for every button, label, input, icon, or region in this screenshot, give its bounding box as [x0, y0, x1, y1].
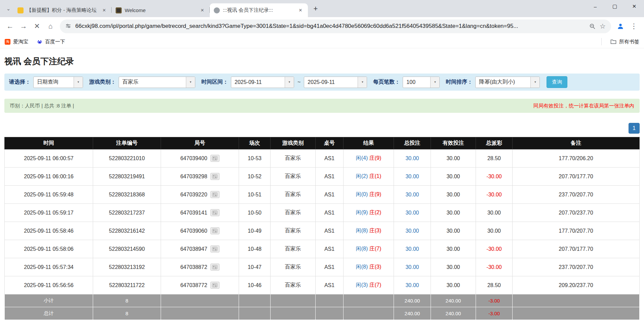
bookmark-baidu[interactable]: 百度一下 [37, 39, 65, 45]
cell-total-bet: 30.00 [394, 168, 431, 186]
bookmark-star-icon[interactable]: ☆ [600, 22, 606, 30]
game-type-select[interactable]: 百家乐 ▼ [119, 77, 195, 88]
round-replay-icon[interactable] [210, 245, 219, 252]
cell-table-number: AS1 [316, 204, 344, 222]
col-header-bet-id: 注单编号 [93, 137, 161, 149]
tab-search-icon[interactable]: ⌄ [3, 4, 13, 14]
tab-title: 【新提醒】积分 - 海燕策略论坛 [27, 7, 98, 13]
close-icon[interactable]: ✕ [625, 0, 644, 13]
result-player: 闲(2) [356, 173, 368, 179]
round-replay-icon[interactable] [210, 173, 219, 180]
cell-round: 647039220 [161, 186, 239, 204]
profile-avatar-icon[interactable] [614, 19, 627, 33]
minimize-icon[interactable]: – [586, 0, 605, 13]
cell-note: 237.70/207.70 [513, 258, 640, 276]
total-bet-link[interactable]: 30.00 [405, 155, 419, 161]
cell-table-number: AS1 [316, 240, 344, 258]
cell-game-type: 百家乐 [271, 276, 316, 294]
round-number: 647039298 [180, 174, 207, 180]
result-banker: 庄(3) [369, 228, 381, 233]
tab-close-icon[interactable]: ✕ [101, 7, 108, 14]
cell-valid-bet: 30.00 [431, 276, 476, 294]
empty-cell [271, 307, 316, 320]
chevron-down-icon[interactable]: ▼ [74, 77, 83, 88]
bookmark-aitaobao[interactable]: 淘 爱淘宝 [5, 39, 28, 45]
total-bet-link[interactable]: 30.00 [405, 210, 419, 216]
round-replay-icon[interactable] [210, 264, 219, 271]
chevron-down-icon[interactable]: ▼ [358, 77, 367, 88]
col-header-table: 桌号 [316, 137, 344, 149]
tab-bet-record[interactable]: :::视讯 会员下注纪录::: ✕ [210, 3, 308, 17]
url-input[interactable]: 66cxkj98.com/ipl/portal.php/game/betreco… [75, 23, 585, 30]
tab-close-icon[interactable]: ✕ [297, 7, 304, 14]
chevron-down-icon[interactable]: ▼ [285, 77, 294, 88]
cell-time: 2025-09-11 05:58:46 [5, 222, 93, 240]
tab-forum[interactable]: 【新提醒】积分 - 海燕策略论坛 ✕ [13, 3, 112, 17]
tab-close-icon[interactable]: ✕ [199, 7, 206, 14]
tab-welcome[interactable]: Welcome ✕ [112, 3, 210, 17]
round-number: 647039220 [180, 192, 207, 198]
table-header-row: 时间 注单编号 局号 场次 游戏类别 桌号 结果 总投注 有效投注 总派彩 备注 [5, 137, 640, 149]
result-player: 闲(8) [356, 264, 368, 270]
bookmarks-bar: 淘 爱淘宝 百度一下 所有书签 [0, 35, 644, 48]
total-bet-link[interactable]: 30.00 [405, 192, 419, 197]
total-bet-link[interactable]: 30.00 [405, 228, 419, 234]
new-tab-icon[interactable]: + [311, 4, 321, 14]
result-player: 闲(9) [356, 210, 368, 215]
stop-icon[interactable]: ✕ [30, 19, 44, 33]
time-sort-select[interactable]: 降幂(由大到小) ▼ [475, 77, 540, 88]
round-replay-icon[interactable] [210, 155, 219, 162]
cell-payout: -30.00 [476, 240, 513, 258]
cell-bet-id: 522803217237 [93, 204, 161, 222]
cell-result: 闲(2) 庄(1) [344, 168, 394, 186]
forward-icon[interactable]: → [17, 19, 30, 33]
address-bar[interactable]: 66cxkj98.com/ipl/portal.php/game/betreco… [60, 19, 611, 33]
total-bet-link[interactable]: 30.00 [405, 264, 419, 270]
table-row: 2025-09-11 05:58:06 522803214590 6470389… [5, 240, 640, 258]
cell-table-number: AS1 [316, 149, 344, 168]
empty-cell [239, 294, 271, 307]
valid-bet-notice-text: 同局有效投注，统一计算在该局第一张注单内 [533, 103, 634, 109]
zoom-icon[interactable] [589, 23, 596, 30]
total-bet-link[interactable]: 30.00 [405, 282, 419, 288]
window-controls: – ▢ ✕ [586, 0, 644, 13]
bookmarks-divider [601, 38, 602, 45]
date-to-select[interactable]: 2025-09-11 ▼ [304, 77, 367, 88]
cell-payout: 28.50 [476, 276, 513, 294]
time-sort-label: 时间排序： [446, 79, 473, 86]
date-from-select[interactable]: 2025-09-11 ▼ [231, 77, 294, 88]
maximize-icon[interactable]: ▢ [605, 0, 625, 13]
home-icon[interactable]: ⌂ [44, 19, 57, 33]
cell-result: 闲(8) 庄(3) [344, 258, 394, 276]
round-replay-icon[interactable] [210, 209, 219, 216]
search-button[interactable]: 查询 [547, 76, 567, 88]
browser-menu-icon[interactable]: ⋮ [627, 19, 641, 33]
cell-session: 10-51 [239, 186, 271, 204]
round-replay-icon[interactable] [210, 191, 219, 198]
date-range-label: 时间区间： [201, 79, 228, 86]
round-replay-icon[interactable] [210, 227, 219, 234]
back-icon[interactable]: ← [3, 19, 17, 33]
total-bet-link[interactable]: 30.00 [405, 174, 419, 179]
chevron-down-icon[interactable]: ▼ [530, 77, 539, 88]
result-banker: 庄(7) [369, 282, 381, 288]
total-total-bet: 240.00 [394, 307, 431, 320]
page-size-select[interactable]: 100 ▼ [403, 77, 440, 88]
round-replay-icon[interactable] [210, 282, 219, 289]
site-settings-icon[interactable] [65, 23, 71, 29]
query-type-select[interactable]: 日期查询 ▼ [33, 77, 83, 88]
all-bookmarks-button[interactable]: 所有书签 [610, 39, 639, 45]
query-type-label: 请选择： [9, 79, 31, 86]
cell-time: 2025-09-11 06:00:57 [5, 149, 93, 168]
col-header-result: 结果 [344, 137, 394, 149]
total-bet-link[interactable]: 30.00 [405, 246, 419, 252]
chevron-down-icon[interactable]: ▼ [186, 77, 195, 88]
cell-round: 647038772 [161, 276, 239, 294]
page-number-button[interactable]: 1 [629, 123, 640, 134]
date-range-separator: ~ [297, 79, 300, 85]
chevron-down-icon[interactable]: ▼ [430, 77, 439, 88]
empty-cell [161, 307, 239, 320]
cell-total-bet: 30.00 [394, 204, 431, 222]
cell-result: 闲(9) 庄(2) [344, 204, 394, 222]
cell-valid-bet: 30.00 [431, 149, 476, 168]
